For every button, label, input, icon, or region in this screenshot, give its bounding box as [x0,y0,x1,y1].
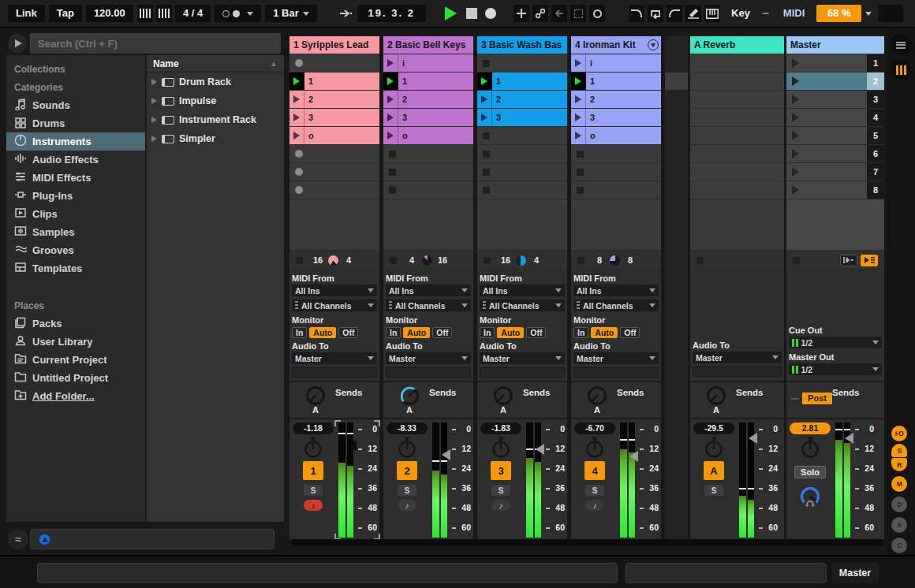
track-activator-button[interactable]: 2 [397,461,417,480]
midi-channel-menu[interactable]: All Channels [480,300,565,311]
clip-record-icon[interactable] [295,59,303,67]
sidebar-item-sounds[interactable]: Sounds [6,96,145,114]
expand-triangle-icon[interactable] [151,79,157,85]
clip[interactable]: i [383,54,473,72]
mixer-toggle-c[interactable]: C [891,538,907,553]
volume-fader[interactable] [845,433,853,444]
clip[interactable]: 1 [477,73,567,90]
send-knob[interactable] [491,384,515,408]
clip-stop-icon[interactable] [389,187,396,194]
send-knob[interactable] [585,384,609,408]
volume-fader[interactable] [348,440,357,451]
midi-input-menu[interactable]: All Ins [573,285,659,296]
track-delay-field[interactable] [386,367,471,378]
midi-input-menu[interactable]: All Ins [480,285,565,296]
audio-output-menu[interactable]: Master [386,352,471,364]
key-map-button[interactable]: Key [723,5,758,22]
follow-button[interactable] [338,5,354,22]
sidebar-item-current-project[interactable]: Current Project [6,351,145,369]
clip[interactable]: 2 [289,91,379,108]
arm-button[interactable]: ♪ [398,500,416,511]
clip-slot[interactable] [477,181,567,199]
quantization-menu[interactable]: 1 Bar [265,5,317,22]
midi-input-menu[interactable]: All Ins [292,285,377,296]
pan-knob[interactable] [583,437,607,458]
solo-button[interactable]: S [585,485,604,496]
clip-launch-button[interactable] [571,109,586,126]
empty-scene-slot[interactable] [383,199,473,250]
track-activator-button[interactable]: A [704,461,724,480]
clip[interactable]: 1 [289,73,379,90]
clip-launch-button[interactable] [571,73,586,90]
clip[interactable]: 1 [383,73,473,90]
stop-all-clips-button[interactable] [793,257,800,264]
preview-button[interactable] [8,34,27,53]
scene-launch-button[interactable] [786,91,867,108]
chevron-down-icon[interactable] [865,12,872,16]
loop-circle-button[interactable] [589,5,605,22]
monitor-off-button[interactable]: Off [432,327,452,338]
clip[interactable]: 3 [477,109,567,126]
clip-slot[interactable] [289,54,379,72]
clip-stop-icon[interactable] [389,151,396,158]
overdub-button[interactable] [514,5,529,22]
mixer-view-toggle[interactable] [891,60,911,80]
return-slot[interactable] [690,145,784,162]
sidebar-item-midi-effects[interactable]: MIDI Effects [6,169,145,187]
clip-stop-icon[interactable] [389,169,396,176]
clip-stop-icon[interactable] [577,151,584,158]
scene-launch-button[interactable] [786,73,867,90]
clip[interactable]: 2 [383,91,473,108]
monitor-in-button[interactable]: In [480,327,495,338]
browser-list-item[interactable]: Impulse [147,91,284,110]
mixer-toggle-m[interactable]: M [891,476,907,492]
clip-record-icon[interactable] [295,168,303,176]
clip-launch-button[interactable] [289,91,304,108]
scene-number[interactable]: 5 [867,127,884,144]
clip-record-icon[interactable] [295,150,303,158]
volume-db-value[interactable]: -1.83 [480,422,521,434]
volume-db-value[interactable]: -6.70 [574,422,615,434]
track-activator-button[interactable]: 1 [303,461,323,480]
clip-launch-button[interactable] [383,73,398,90]
expand-triangle-icon[interactable] [151,117,157,123]
link-button[interactable]: Link [8,5,45,22]
return-slot[interactable] [690,163,784,180]
volume-db-value[interactable]: -1.18 [293,422,334,434]
clip[interactable]: 2 [571,91,661,108]
volume-fader[interactable] [749,433,757,444]
track-activator-button[interactable]: 4 [584,461,605,480]
scene-launch-button[interactable] [786,163,867,180]
monitor-off-button[interactable]: Off [338,327,358,338]
midi-map-button[interactable]: MIDI [775,5,812,22]
mixer-toggle-i-o[interactable]: I-O [891,426,907,441]
send-knob[interactable] [704,384,728,408]
back-to-arrangement-arrow-button[interactable] [551,5,567,22]
return-slot[interactable] [690,54,784,72]
audio-output-menu[interactable]: Master [693,352,782,363]
sidebar-item-audio-effects[interactable]: Audio Effects [6,151,145,169]
sidebar-item-untitled-project[interactable]: Untitled Project [6,369,145,387]
chevron-down-icon[interactable] [247,12,253,16]
clip[interactable]: o [289,127,379,144]
track-stop-button[interactable] [484,257,491,264]
track-delay-field[interactable] [573,367,659,378]
clip-slot[interactable] [477,163,567,180]
clip-slot[interactable] [571,181,661,199]
sidebar-item-templates[interactable]: Templates [6,259,145,277]
clip-launch-button[interactable] [477,73,492,90]
clip-stop-icon[interactable] [577,187,584,194]
groove-pool-button[interactable]: ≈ [8,529,28,549]
clip-slot[interactable] [477,54,567,72]
sidebar-item-plug-ins[interactable]: Plug-Ins [6,187,145,205]
clip-stop-icon[interactable] [483,60,490,67]
scene-row[interactable]: 3 [786,91,884,108]
clip-slot[interactable] [383,145,473,162]
clip-launch-button[interactable] [383,91,398,108]
back-to-arrangement-button[interactable] [861,255,878,266]
scene-number[interactable]: 6 [867,145,884,162]
clip-launch-button[interactable] [289,109,304,126]
list-view-toggle[interactable] [891,35,911,55]
cue-volume-knob[interactable] [797,483,824,510]
monitor-auto-button[interactable]: Auto [591,327,618,338]
